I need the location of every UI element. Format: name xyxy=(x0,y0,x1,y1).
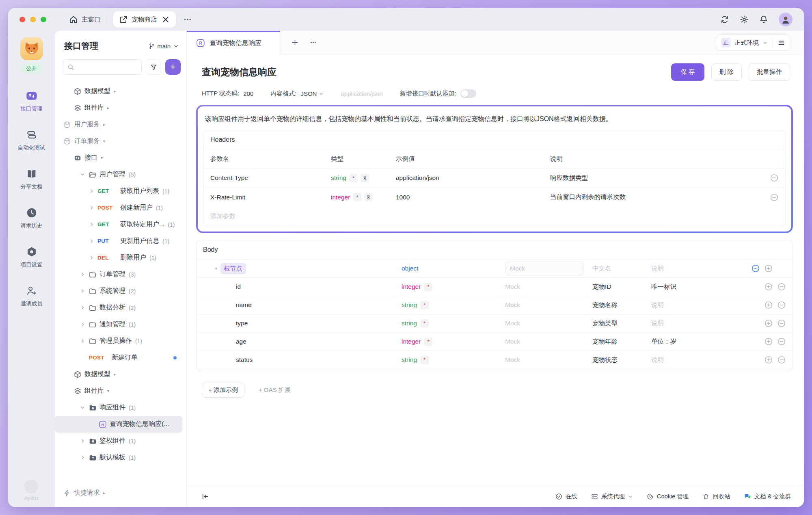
field-name[interactable]: type xyxy=(236,320,248,327)
field-cn-name[interactable]: 宠物ID xyxy=(592,283,651,291)
bind-icon[interactable] xyxy=(361,174,369,182)
schema-field-row[interactable]: type string * Mock 宠物类型 说明 xyxy=(197,314,793,333)
param-name[interactable]: Content-Type xyxy=(210,174,331,182)
http-status-value[interactable]: 200 xyxy=(243,90,253,97)
chevron-right-icon[interactable] xyxy=(80,338,85,344)
field-name[interactable]: name xyxy=(236,301,252,309)
tree-item[interactable]: POST 创建新用户 (1) xyxy=(55,199,182,216)
filter-button[interactable] xyxy=(146,59,161,75)
schema-field-row[interactable]: age integer * Mock 宠物年龄 单位：岁 xyxy=(197,333,793,351)
delete-button[interactable]: 删 除 xyxy=(711,63,742,81)
tree-item[interactable]: 鉴权组件 (1) xyxy=(55,433,182,449)
field-type[interactable]: integer xyxy=(402,283,421,290)
field-name[interactable]: status xyxy=(236,356,253,364)
field-mock[interactable]: Mock xyxy=(505,338,592,345)
add-field-icon[interactable] xyxy=(764,337,773,346)
field-desc[interactable]: 单位：岁 xyxy=(651,338,742,346)
zoom-window-button[interactable] xyxy=(41,17,46,22)
required-asterisk-icon[interactable]: * xyxy=(424,283,432,291)
add-field-icon[interactable] xyxy=(764,282,773,291)
statusbar-item-proxy[interactable]: 系统代理 xyxy=(591,493,633,500)
collapse-sidebar-icon[interactable] xyxy=(201,493,209,500)
field-type[interactable]: string xyxy=(402,320,417,327)
user-avatar[interactable] xyxy=(779,13,793,26)
tree-item[interactable]: 订单管理 (3) xyxy=(55,266,182,283)
bind-icon[interactable] xyxy=(364,193,373,201)
required-asterisk-icon[interactable]: * xyxy=(420,356,429,364)
tree-item[interactable]: DEL 删除用户 (1) xyxy=(55,249,182,266)
field-cn-name[interactable]: 宠物状态 xyxy=(592,356,651,364)
field-mock[interactable]: Mock xyxy=(505,320,592,327)
batch-actions-button[interactable]: 批量操作 xyxy=(749,63,790,81)
chevron-right-icon[interactable] xyxy=(89,222,94,227)
tree-item[interactable]: 数据模型 ▸ xyxy=(55,366,182,383)
remove-row-icon[interactable] xyxy=(770,193,779,202)
schema-field-row[interactable]: status string * Mock 宠物状态 说明 xyxy=(197,351,793,369)
param-type[interactable]: string xyxy=(331,174,346,182)
chevron-right-icon[interactable] xyxy=(89,238,94,244)
param-example[interactable]: application/json xyxy=(396,174,550,182)
remove-field-icon[interactable] xyxy=(777,319,786,328)
tree-item[interactable]: 快捷请求 ▸ xyxy=(55,485,182,501)
environment-selector[interactable]: 正 正式环境 xyxy=(716,35,790,51)
add-example-button[interactable]: + 添加示例 xyxy=(202,383,244,398)
sync-icon[interactable] xyxy=(720,15,729,24)
env-menu-icon[interactable] xyxy=(778,39,785,46)
remove-field-icon[interactable] xyxy=(777,355,786,364)
chevron-right-icon[interactable] xyxy=(89,188,94,194)
advanced-settings-icon[interactable] xyxy=(751,264,760,273)
desc-placeholder[interactable]: 说明 xyxy=(651,264,742,273)
search-input[interactable] xyxy=(63,59,142,75)
statusbar-item-cookie[interactable]: Cookie 管理 xyxy=(647,493,689,500)
field-desc[interactable]: 说明 xyxy=(651,319,742,328)
remove-row-icon[interactable] xyxy=(770,173,779,182)
field-mock[interactable]: Mock xyxy=(505,356,592,364)
minimize-window-button[interactable] xyxy=(30,17,36,22)
content-format-select[interactable]: JSON xyxy=(300,90,324,97)
chevron-right-icon[interactable] xyxy=(80,438,85,444)
tree-item[interactable]: 系统管理 (2) xyxy=(55,283,182,299)
tab-options-icon[interactable] xyxy=(310,39,317,46)
chevron-right-icon[interactable] xyxy=(80,288,85,294)
chevron-right-icon[interactable] xyxy=(80,272,85,277)
statusbar-item-chat[interactable]: 文档 & 交流群 xyxy=(744,493,791,500)
schema-root-row[interactable]: ▾ 根节点 object Mock 中文名 说明 xyxy=(197,260,793,278)
close-window-button[interactable] xyxy=(19,17,25,22)
component-description[interactable]: 该响应组件用于返回单个宠物的详细信息，包括宠物的基本属性和当前状态。当请求查询指… xyxy=(203,113,786,130)
rail-item-automation[interactable]: 自动化测试 xyxy=(18,129,45,151)
tree-item[interactable]: 数据分析 (2) xyxy=(55,299,182,316)
required-asterisk-icon[interactable]: * xyxy=(420,301,429,309)
field-cn-name[interactable]: 宠物名称 xyxy=(592,301,651,309)
add-param-placeholder[interactable]: 添加参数 xyxy=(210,212,331,221)
rail-item-api-mgmt[interactable]: 接口管理 xyxy=(21,90,43,113)
tree-item[interactable]: T 默认模板 (1) xyxy=(55,449,182,466)
statusbar-item-check-circle[interactable]: 在线 xyxy=(555,493,577,500)
field-type[interactable]: string xyxy=(402,356,417,364)
field-name[interactable]: id xyxy=(236,283,241,290)
field-cn-name[interactable]: 宠物类型 xyxy=(592,319,651,328)
project-logo[interactable] xyxy=(20,37,43,60)
remove-field-icon[interactable] xyxy=(777,337,786,346)
tree-item[interactable]: 管理员操作 (1) xyxy=(55,333,182,349)
rail-item-share-docs[interactable]: 分享文档 xyxy=(21,168,43,190)
required-asterisk-icon[interactable]: * xyxy=(349,174,358,182)
tree-item[interactable]: PUT 更新用户信息 (1) xyxy=(55,233,182,249)
header-param-row[interactable]: X-Rate-Limit integer * 1000 当前窗口内剩余的请求次数 xyxy=(204,188,785,207)
tree-item[interactable]: POST 新建订单 xyxy=(55,349,182,366)
chevron-right-icon[interactable] xyxy=(80,322,85,327)
field-mock[interactable]: Mock xyxy=(505,283,592,290)
chevron-right-icon[interactable] xyxy=(89,205,94,210)
mock-input[interactable]: Mock xyxy=(505,262,584,275)
branch-selector[interactable]: main xyxy=(149,43,179,50)
field-mock[interactable]: Mock xyxy=(505,301,592,309)
add-field-icon[interactable] xyxy=(764,319,773,328)
chevron-right-icon[interactable] xyxy=(80,455,85,460)
more-tabs-icon[interactable] xyxy=(183,15,192,24)
param-example[interactable]: 1000 xyxy=(396,194,550,201)
param-desc[interactable]: 响应数据类型 xyxy=(550,174,762,182)
cn-name-placeholder[interactable]: 中文名 xyxy=(592,264,651,273)
statusbar-item-trash[interactable]: 回收站 xyxy=(702,493,730,500)
field-cn-name[interactable]: 宠物年龄 xyxy=(592,338,651,346)
tree-item[interactable]: 组件库 ▾ xyxy=(55,383,182,399)
oas-extension-button[interactable]: + OAS 扩展 xyxy=(253,383,297,397)
